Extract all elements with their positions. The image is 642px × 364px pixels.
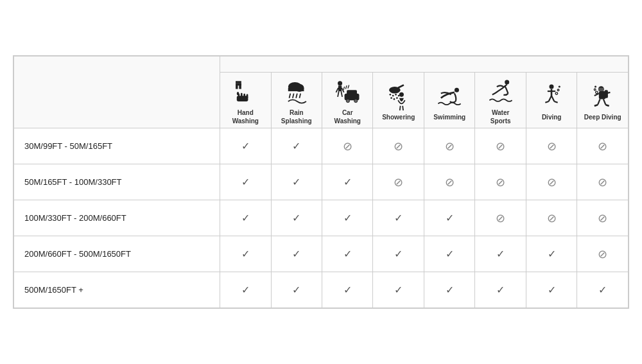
svg-point-43 bbox=[505, 80, 509, 85]
cell-0-0: ✓ bbox=[220, 128, 271, 164]
cell-1-1: ✓ bbox=[271, 164, 322, 200]
no-mark: ⊘ bbox=[496, 176, 505, 189]
cell-3-4: ✓ bbox=[424, 236, 474, 272]
row-label: 500M/1650FT + bbox=[14, 272, 220, 308]
no-mark: ⊘ bbox=[598, 176, 607, 189]
svg-point-46 bbox=[557, 89, 559, 91]
car-washing-icon bbox=[333, 78, 361, 106]
svg-line-41 bbox=[403, 105, 403, 110]
water-sports-icon bbox=[487, 78, 515, 106]
showering-label: Showering bbox=[376, 113, 421, 121]
cell-0-4: ⊘ bbox=[424, 128, 474, 164]
no-mark: ⊘ bbox=[496, 140, 505, 153]
svg-line-14 bbox=[293, 94, 294, 98]
table-row: 100M/330FT - 200M/660FT✓✓✓✓✓⊘⊘⊘ bbox=[14, 200, 629, 236]
cell-4-3: ✓ bbox=[373, 272, 424, 308]
svg-line-16 bbox=[299, 94, 300, 98]
hand-washing-label: HandWashing bbox=[223, 108, 268, 125]
cell-3-7: ⊘ bbox=[577, 236, 629, 272]
swimming-label: Swimming bbox=[427, 113, 472, 121]
check-mark: ✓ bbox=[241, 141, 250, 152]
cell-0-1: ✓ bbox=[271, 128, 322, 164]
no-mark: ⊘ bbox=[598, 140, 607, 153]
check-mark: ✓ bbox=[343, 212, 352, 223]
check-mark: ✓ bbox=[343, 248, 352, 259]
cell-1-3: ⊘ bbox=[373, 164, 424, 200]
svg-line-15 bbox=[296, 94, 297, 98]
cell-2-0: ✓ bbox=[220, 200, 271, 236]
water-sports-label: WaterSports bbox=[478, 108, 523, 125]
check-mark: ✓ bbox=[548, 284, 556, 295]
waterproof-chart: HandWashing bbox=[13, 55, 629, 309]
cell-1-5: ⊘ bbox=[475, 164, 526, 200]
svg-line-19 bbox=[336, 88, 339, 92]
check-mark: ✓ bbox=[241, 177, 250, 187]
cell-0-3: ⊘ bbox=[373, 128, 424, 164]
check-mark: ✓ bbox=[292, 141, 300, 152]
cell-4-4: ✓ bbox=[424, 272, 474, 308]
no-mark: ⊘ bbox=[394, 176, 403, 189]
check-mark: ✓ bbox=[394, 248, 403, 259]
no-mark: ⊘ bbox=[547, 140, 557, 153]
check-mark: ✓ bbox=[292, 248, 300, 259]
no-mark: ⊘ bbox=[343, 140, 352, 153]
svg-rect-3 bbox=[236, 85, 238, 89]
table-row: 200M/660FT - 500M/1650FT✓✓✓✓✓✓✓⊘ bbox=[14, 236, 629, 272]
svg-point-36 bbox=[390, 97, 392, 99]
no-mark: ⊘ bbox=[598, 248, 607, 261]
cell-2-2: ✓ bbox=[322, 200, 373, 236]
icon-water-sports: WaterSports bbox=[475, 73, 526, 128]
svg-point-33 bbox=[392, 94, 394, 96]
svg-point-52 bbox=[595, 91, 598, 94]
cell-0-6: ⊘ bbox=[526, 128, 577, 164]
check-mark: ✓ bbox=[241, 212, 250, 223]
row-label: 100M/330FT - 200M/660FT bbox=[14, 200, 220, 236]
check-mark: ✓ bbox=[548, 248, 556, 259]
svg-line-21 bbox=[338, 91, 339, 97]
svg-point-44 bbox=[550, 84, 554, 89]
no-mark: ⊘ bbox=[394, 140, 403, 153]
deep-diving-label: Deep Diving bbox=[580, 113, 625, 121]
svg-point-26 bbox=[354, 99, 358, 102]
cell-3-5: ✓ bbox=[475, 236, 526, 272]
hand-washing-icon bbox=[231, 78, 259, 106]
svg-point-35 bbox=[397, 94, 399, 96]
check-mark: ✓ bbox=[394, 212, 403, 223]
svg-point-54 bbox=[594, 86, 596, 87]
deep-diving-icon bbox=[589, 82, 617, 110]
cell-1-0: ✓ bbox=[220, 164, 271, 200]
cell-2-7: ⊘ bbox=[577, 200, 629, 236]
svg-rect-24 bbox=[347, 90, 357, 94]
no-mark: ⊘ bbox=[445, 176, 455, 189]
cell-3-2: ✓ bbox=[322, 236, 373, 272]
svg-line-31 bbox=[398, 85, 404, 87]
icon-showering: Showering bbox=[373, 73, 424, 128]
check-mark: ✓ bbox=[292, 212, 300, 223]
svg-point-32 bbox=[389, 94, 391, 96]
cell-2-4: ✓ bbox=[424, 200, 474, 236]
diving-label: Diving bbox=[529, 113, 574, 121]
svg-point-38 bbox=[396, 97, 398, 99]
svg-line-29 bbox=[348, 85, 349, 88]
cell-1-2: ✓ bbox=[322, 164, 373, 200]
svg-rect-0 bbox=[236, 81, 241, 83]
svg-point-17 bbox=[338, 81, 342, 85]
no-mark: ⊘ bbox=[547, 212, 557, 225]
svg-line-28 bbox=[346, 85, 347, 89]
cell-0-7: ⊘ bbox=[577, 128, 629, 164]
cell-3-0: ✓ bbox=[220, 236, 271, 272]
svg-rect-49 bbox=[599, 91, 606, 99]
rain-splashing-label: RainSplashing bbox=[274, 108, 319, 125]
icon-car-washing: CarWashing bbox=[322, 73, 373, 128]
svg-rect-18 bbox=[338, 85, 342, 91]
check-mark: ✓ bbox=[241, 284, 250, 295]
cell-4-1: ✓ bbox=[271, 272, 322, 308]
icon-diving: Diving bbox=[526, 73, 577, 128]
cell-0-5: ⊘ bbox=[475, 128, 526, 164]
svg-line-13 bbox=[289, 94, 290, 98]
svg-point-37 bbox=[393, 98, 395, 100]
svg-rect-12 bbox=[288, 88, 304, 91]
table-row: 500M/1650FT +✓✓✓✓✓✓✓✓ bbox=[14, 272, 629, 308]
swimming-icon bbox=[435, 82, 464, 110]
svg-point-39 bbox=[399, 92, 404, 96]
